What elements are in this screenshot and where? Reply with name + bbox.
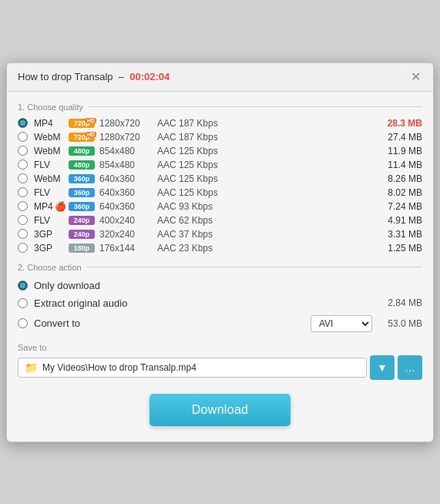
- download-section: Download: [18, 394, 422, 426]
- quality-row: 3GP240p320x240AAC 37 Kbps3.31 MB: [18, 227, 422, 241]
- quality-resolution: 1280x720: [99, 118, 157, 129]
- browse-btn[interactable]: …: [398, 355, 422, 380]
- quality-audio: AAC 125 Kbps: [157, 187, 372, 198]
- quality-audio: AAC 93 Kbps: [157, 201, 372, 212]
- quality-radio-q5[interactable]: [18, 173, 28, 183]
- quality-badge: 360p: [69, 174, 95, 183]
- dropdown-btn[interactable]: ▼: [370, 355, 395, 380]
- action-section-header: 2. Choose action: [18, 263, 422, 272]
- quality-audio: AAC 37 Kbps: [157, 229, 372, 240]
- action-only-download: Only download: [18, 277, 422, 294]
- quality-badge: 720pHD: [69, 119, 95, 128]
- extract-audio-radio[interactable]: [18, 298, 28, 308]
- quality-resolution: 320x240: [99, 229, 157, 240]
- title-text: How to drop Transalp – 00:02:04: [18, 71, 170, 82]
- quality-radio-q10[interactable]: [18, 243, 28, 253]
- quality-resolution: 400x240: [99, 215, 157, 226]
- quality-radio-q4[interactable]: [18, 160, 28, 170]
- quality-section-header: 1. Choose quality: [18, 102, 422, 112]
- quality-badge: 240p: [69, 216, 95, 225]
- quality-audio: AAC 187 Kbps: [157, 118, 372, 129]
- quality-size: 8.02 MB: [372, 187, 422, 198]
- quality-size: 11.9 MB: [372, 146, 422, 156]
- quality-row: WebM360p640x360AAC 125 Kbps8.26 MB: [18, 172, 422, 186]
- save-row: 📁 My Videos\How to drop Transalp.mp4 ▼ …: [18, 355, 422, 380]
- close-button[interactable]: ✕: [409, 71, 422, 83]
- folder-icon: 📁: [25, 361, 38, 374]
- quality-badge: 360p: [69, 202, 95, 211]
- quality-resolution: 854x480: [99, 146, 157, 156]
- save-section: Save to 📁 My Videos\How to drop Transalp…: [18, 343, 422, 380]
- quality-format: FLV: [34, 215, 69, 226]
- quality-badge: 360p: [69, 188, 95, 197]
- quality-audio: AAC 187 Kbps: [157, 132, 372, 143]
- quality-size: 11.4 MB: [372, 160, 422, 170]
- action-convert-to: Convert to AVIMP4MKVMOVWMVFLV 53.0 MB: [18, 312, 422, 335]
- quality-audio: AAC 62 Kbps: [157, 215, 372, 226]
- quality-row: MP4🍎360p640x360AAC 93 Kbps7.24 MB: [18, 200, 422, 213]
- quality-audio: AAC 125 Kbps: [157, 160, 372, 170]
- quality-format: 3GP: [34, 229, 69, 240]
- quality-radio-q1[interactable]: [18, 118, 28, 128]
- quality-row: 3GP180p176x144AAC 23 Kbps1.25 MB: [18, 241, 422, 255]
- quality-audio: AAC 23 Kbps: [157, 243, 372, 254]
- quality-radio-q3[interactable]: [18, 146, 28, 156]
- quality-size: 8.26 MB: [372, 173, 422, 184]
- main-dialog: How to drop Transalp – 00:02:04 ✕ 1. Cho…: [6, 62, 434, 442]
- save-path-text: My Videos\How to drop Transalp.mp4: [42, 362, 360, 373]
- quality-resolution: 1280x720: [99, 132, 157, 143]
- convert-format-select[interactable]: AVIMP4MKVMOVWMVFLV: [311, 315, 372, 332]
- quality-list: MP4720pHD1280x720AAC 187 Kbps28.3 MBWebM…: [18, 116, 422, 255]
- quality-radio-q7[interactable]: [18, 201, 28, 211]
- quality-resolution: 640x360: [99, 201, 157, 212]
- quality-size: 27.4 MB: [372, 132, 422, 143]
- quality-resolution: 854x480: [99, 160, 157, 170]
- quality-radio-q9[interactable]: [18, 229, 28, 239]
- quality-badge: 480p: [69, 160, 95, 170]
- quality-size: 4.91 MB: [372, 215, 422, 226]
- apple-icon: 🍎: [55, 201, 66, 212]
- quality-radio-q8[interactable]: [18, 215, 28, 225]
- title-bar: How to drop Transalp – 00:02:04 ✕: [7, 63, 433, 92]
- quality-format: FLV: [34, 160, 69, 170]
- title-time: 00:02:04: [129, 71, 170, 82]
- quality-radio-q6[interactable]: [18, 187, 28, 197]
- quality-format: WebM: [34, 173, 69, 184]
- quality-badge: 720pHD: [69, 133, 95, 142]
- quality-resolution: 176x144: [99, 243, 157, 254]
- quality-badge: 240p: [69, 230, 95, 239]
- quality-format: MP4: [34, 118, 69, 129]
- quality-size: 7.24 MB: [372, 201, 422, 212]
- quality-size: 3.31 MB: [372, 229, 422, 240]
- only-download-radio[interactable]: [18, 281, 28, 291]
- save-label: Save to: [18, 343, 422, 352]
- quality-badge: 180p: [69, 244, 95, 253]
- quality-audio: AAC 125 Kbps: [157, 146, 372, 156]
- quality-size: 28.3 MB: [372, 118, 422, 129]
- download-button[interactable]: Download: [149, 394, 291, 426]
- quality-audio: AAC 125 Kbps: [157, 173, 372, 184]
- quality-resolution: 640x360: [99, 187, 157, 198]
- quality-row: WebM480p854x480AAC 125 Kbps11.9 MB: [18, 144, 422, 158]
- action-extract-audio: Extract original audio 2.84 MB: [18, 294, 422, 312]
- quality-format: WebM: [34, 146, 69, 156]
- extract-audio-size: 2.84 MB: [372, 297, 422, 308]
- quality-row: FLV360p640x360AAC 125 Kbps8.02 MB: [18, 186, 422, 200]
- quality-row: WebM720pHD1280x720AAC 187 Kbps27.4 MB: [18, 130, 422, 144]
- quality-row: FLV240p400x240AAC 62 Kbps4.91 MB: [18, 213, 422, 227]
- save-path-display: 📁 My Videos\How to drop Transalp.mp4: [18, 358, 367, 378]
- convert-to-size: 53.0 MB: [372, 318, 422, 329]
- action-section: Only download Extract original audio 2.8…: [18, 277, 422, 335]
- quality-row: FLV480p854x480AAC 125 Kbps11.4 MB: [18, 158, 422, 172]
- quality-resolution: 640x360: [99, 173, 157, 184]
- quality-radio-q2[interactable]: [18, 132, 28, 142]
- quality-format: MP4🍎: [34, 201, 69, 212]
- quality-size: 1.25 MB: [372, 243, 422, 254]
- extract-audio-label: Extract original audio: [34, 297, 372, 309]
- quality-format: 3GP: [34, 243, 69, 254]
- only-download-label: Only download: [34, 280, 422, 291]
- quality-format: FLV: [34, 187, 69, 198]
- quality-format: WebM: [34, 132, 69, 143]
- quality-badge: 480p: [69, 146, 95, 156]
- convert-to-radio[interactable]: [18, 318, 28, 328]
